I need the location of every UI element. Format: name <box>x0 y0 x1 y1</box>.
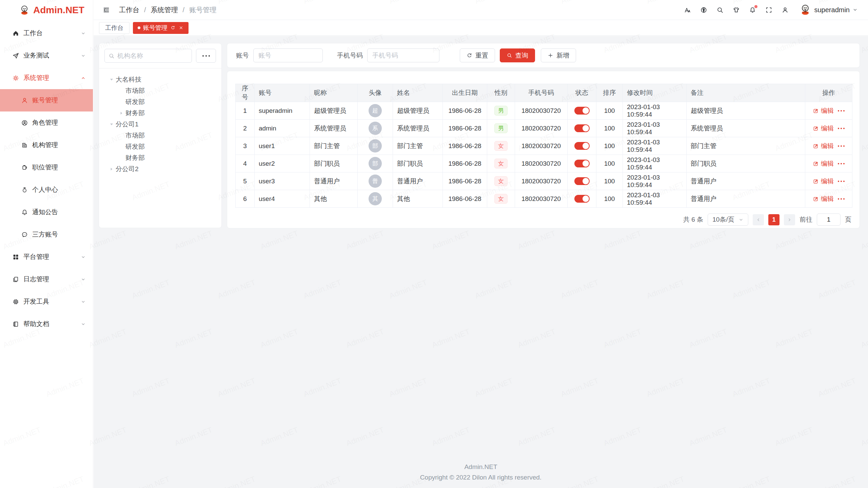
page-size-select[interactable]: 10条/页 <box>708 214 748 226</box>
account-input[interactable] <box>253 48 323 62</box>
org-search-input[interactable] <box>117 52 188 60</box>
tree-node[interactable]: 研发部 <box>104 141 216 152</box>
edit-button[interactable]: 编辑 <box>813 159 834 168</box>
tab-item[interactable]: 工作台 <box>99 22 130 34</box>
theme-icon[interactable] <box>733 6 740 14</box>
tree-node[interactable]: 市场部 <box>104 130 216 141</box>
cell-gender: 男 <box>487 102 515 120</box>
status-toggle[interactable] <box>574 124 590 132</box>
sidebar-item-send[interactable]: 业务测试 <box>0 44 93 67</box>
sidebar-item-position[interactable]: 职位管理 <box>0 156 93 179</box>
sidebar-item-gear[interactable]: 系统管理 <box>0 67 93 89</box>
tree-node[interactable]: 财务部 <box>104 107 216 119</box>
tab-active[interactable]: 账号管理 <box>133 22 189 34</box>
row-actions: 编辑 <box>809 159 848 168</box>
user-menu[interactable]: superadmin <box>798 4 858 16</box>
edit-button[interactable]: 编辑 <box>813 106 834 115</box>
status-toggle[interactable] <box>574 160 590 167</box>
reset-button[interactable]: 重置 <box>460 48 495 62</box>
cell-phone: 18020030720 <box>515 120 568 137</box>
edit-button[interactable]: 编辑 <box>813 142 834 150</box>
profile-icon[interactable] <box>782 6 789 14</box>
cell-ops: 编辑 <box>805 120 852 137</box>
tree-caret-icon[interactable] <box>109 77 114 82</box>
cell-gender: 女 <box>487 137 515 155</box>
tree-caret-icon[interactable] <box>119 110 124 116</box>
fullscreen-icon[interactable] <box>765 6 772 14</box>
refresh-small-icon[interactable] <box>170 25 176 30</box>
sidebar-item-org[interactable]: 机构管理 <box>0 134 93 156</box>
close-icon[interactable] <box>178 25 184 30</box>
font-size-icon[interactable] <box>684 6 691 14</box>
sidebar-item-user[interactable]: 账号管理 <box>0 89 93 111</box>
tree-more-button[interactable] <box>196 49 216 63</box>
cell-sort: 100 <box>596 137 623 155</box>
logo[interactable]: Admin.NET <box>0 0 93 20</box>
chev-down-icon <box>80 299 86 305</box>
divider <box>99 68 221 68</box>
more-actions-icon[interactable] <box>838 110 845 111</box>
tree-node[interactable]: 分公司1 <box>104 119 216 130</box>
edit-button[interactable]: 编辑 <box>813 195 834 203</box>
status-toggle[interactable] <box>574 195 590 203</box>
collapse-menu-icon[interactable] <box>102 6 110 14</box>
search-icon <box>507 53 512 58</box>
more-actions-icon[interactable] <box>838 145 845 147</box>
status-toggle[interactable] <box>574 142 590 150</box>
add-button[interactable]: 新增 <box>541 48 576 62</box>
tree-caret-icon[interactable] <box>109 166 114 172</box>
cell-avatar: 部 <box>358 155 393 172</box>
search-icon[interactable] <box>716 6 724 14</box>
chip-icon <box>12 298 19 305</box>
current-page-button[interactable]: 1 <box>768 214 780 225</box>
sidebar-item-label: 业务测试 <box>23 51 49 60</box>
language-icon[interactable] <box>700 6 707 14</box>
cell-name: 其他 <box>393 190 443 208</box>
breadcrumb-item[interactable]: 系统管理 <box>151 5 178 15</box>
sidebar-submenu: 账号管理角色管理机构管理职位管理个人中心通知公告三方账号 <box>0 89 93 246</box>
sidebar-item-person-center[interactable]: 个人中心 <box>0 179 93 201</box>
sidebar-item-log[interactable]: 日志管理 <box>0 268 93 290</box>
more-actions-icon[interactable] <box>838 128 845 129</box>
status-toggle[interactable] <box>574 177 590 185</box>
table-header-row: 序号账号昵称头像姓名出生日期性别手机号码状态排序修改时间备注操作 <box>236 84 852 102</box>
column-header-name: 姓名 <box>393 84 443 102</box>
chevron-down-icon <box>852 7 858 13</box>
goto-page-input[interactable] <box>817 214 841 226</box>
cell-avatar: 部 <box>358 137 393 155</box>
cell-birth: 1986-06-28 <box>443 155 487 172</box>
sidebar-item-book[interactable]: 帮助文档 <box>0 313 93 335</box>
tree-node[interactable]: 财务部 <box>104 152 216 163</box>
notification-icon[interactable] <box>749 6 756 14</box>
prev-page-button[interactable] <box>753 214 764 225</box>
more-actions-icon[interactable] <box>838 181 845 182</box>
sidebar-item-chat[interactable]: 三方账号 <box>0 223 93 246</box>
tree-caret-icon[interactable] <box>109 122 114 127</box>
cell-seq: 3 <box>236 137 255 155</box>
phone-input[interactable] <box>367 48 439 62</box>
search-button[interactable]: 查询 <box>500 48 535 62</box>
sidebar-item-role[interactable]: 角色管理 <box>0 111 93 134</box>
tree-node[interactable]: 研发部 <box>104 96 216 107</box>
more-actions-icon[interactable] <box>838 198 845 200</box>
page-unit-label: 页 <box>845 215 851 224</box>
more-actions-icon[interactable] <box>838 163 845 164</box>
sidebar-item-chip[interactable]: 开发工具 <box>0 290 93 313</box>
sidebar-item-bell[interactable]: 通知公告 <box>0 201 93 223</box>
edit-button[interactable]: 编辑 <box>813 124 834 133</box>
edit-button[interactable]: 编辑 <box>813 177 834 186</box>
breadcrumb-item[interactable]: 账号管理 <box>189 5 216 15</box>
sidebar-item-grid[interactable]: 平台管理 <box>0 246 93 268</box>
sidebar-item-home[interactable]: 工作台 <box>0 22 93 44</box>
tree-node-label: 市场部 <box>125 86 145 95</box>
tree-node[interactable]: 分公司2 <box>104 163 216 175</box>
grid-icon <box>12 253 19 261</box>
breadcrumb-item[interactable]: 工作台 <box>119 5 139 15</box>
tree-node[interactable]: 大名科技 <box>104 74 216 85</box>
next-page-button[interactable] <box>784 214 795 225</box>
status-toggle[interactable] <box>574 107 590 115</box>
cell-gender: 女 <box>487 155 515 172</box>
gender-badge: 男 <box>494 106 508 116</box>
chev-down-icon <box>80 30 86 36</box>
tree-node[interactable]: 市场部 <box>104 85 216 96</box>
